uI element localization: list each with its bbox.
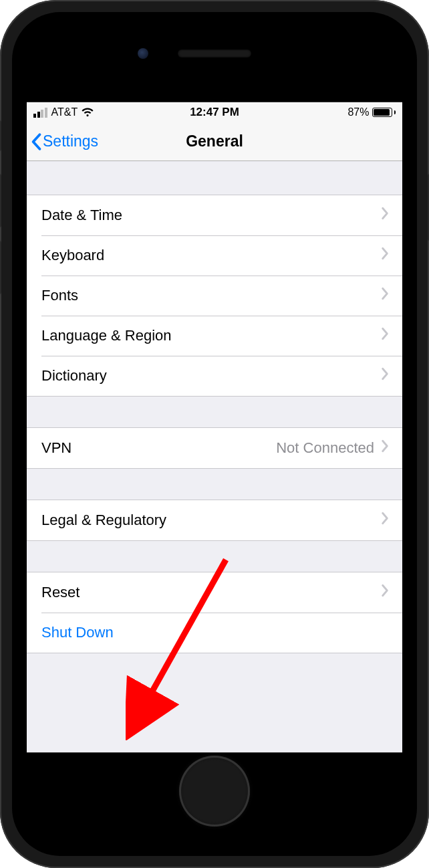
phone-bezel: AT&T 12:47 PM 87% <box>12 12 417 856</box>
settings-row-vpn[interactable]: VPNNot Connected <box>27 428 402 468</box>
row-label: Language & Region <box>41 327 381 344</box>
back-button[interactable]: Settings <box>31 132 98 150</box>
volume-down-button <box>0 241 1 294</box>
settings-group: VPNNot Connected <box>27 427 402 469</box>
settings-group: Date & TimeKeyboardFontsLanguage & Regio… <box>27 195 402 397</box>
row-label: Date & Time <box>41 207 381 224</box>
settings-group: Legal & Regulatory <box>27 500 402 541</box>
row-label: Shut Down <box>41 624 389 641</box>
settings-row-shut-down[interactable]: Shut Down <box>27 613 402 653</box>
back-button-label: Settings <box>43 132 98 150</box>
row-label: Reset <box>41 584 381 601</box>
settings-row-language-region[interactable]: Language & Region <box>27 316 402 356</box>
chevron-right-icon <box>381 367 389 385</box>
chevron-right-icon <box>381 207 389 224</box>
group-spacer <box>27 397 402 427</box>
settings-group: ResetShut Down <box>27 572 402 653</box>
wifi-icon <box>82 108 94 117</box>
chevron-right-icon <box>381 512 389 529</box>
group-spacer <box>27 469 402 500</box>
page-title: General <box>186 132 243 150</box>
chevron-right-icon <box>381 287 389 304</box>
settings-row-reset[interactable]: Reset <box>27 572 402 613</box>
row-label: Keyboard <box>41 247 381 264</box>
row-label: Dictionary <box>41 367 381 385</box>
earpiece-speaker <box>178 49 251 58</box>
chevron-right-icon <box>381 247 389 264</box>
settings-row-fonts[interactable]: Fonts <box>27 276 402 316</box>
group-spacer <box>27 541 402 572</box>
chevron-right-icon <box>381 439 389 457</box>
settings-row-dictionary[interactable]: Dictionary <box>27 356 402 396</box>
settings-row-legal-regulatory[interactable]: Legal & Regulatory <box>27 500 402 540</box>
battery-icon <box>372 108 396 117</box>
front-camera <box>138 48 148 59</box>
screen: AT&T 12:47 PM 87% <box>27 102 402 753</box>
top-sensors <box>12 49 417 58</box>
nav-bar: Settings General <box>27 122 402 161</box>
settings-row-date-time[interactable]: Date & Time <box>27 195 402 235</box>
battery-percent-label: 87% <box>347 106 369 118</box>
row-detail: Not Connected <box>276 439 374 457</box>
group-spacer <box>27 161 402 195</box>
row-label: Legal & Regulatory <box>41 512 381 529</box>
settings-row-keyboard[interactable]: Keyboard <box>27 235 402 276</box>
mute-switch <box>0 120 1 151</box>
row-label: VPN <box>41 439 276 457</box>
volume-up-button <box>0 174 1 227</box>
clock-label: 12:47 PM <box>190 106 239 119</box>
chevron-right-icon <box>381 584 389 601</box>
chevron-right-icon <box>381 327 389 344</box>
home-button <box>179 756 250 827</box>
row-label: Fonts <box>41 287 381 304</box>
settings-content: Date & TimeKeyboardFontsLanguage & Regio… <box>27 161 402 653</box>
signal-bars-icon <box>33 108 47 118</box>
carrier-label: AT&T <box>51 106 78 118</box>
phone-frame: AT&T 12:47 PM 87% <box>0 0 429 868</box>
status-bar: AT&T 12:47 PM 87% <box>27 102 402 122</box>
chevron-left-icon <box>31 133 41 150</box>
